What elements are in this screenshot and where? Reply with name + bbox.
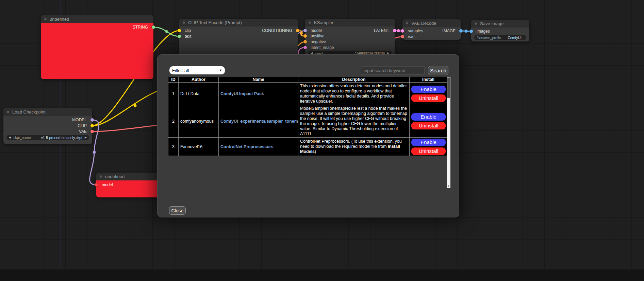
text-slot-dot[interactable] <box>178 35 181 38</box>
node-undefined-top[interactable]: undefined STRING <box>41 15 153 79</box>
output-slot-string: STRING <box>41 24 153 30</box>
node-header[interactable]: Load Checkpoint <box>3 108 92 116</box>
node-save-image[interactable]: Save Image images filename_prefix ComfyU… <box>471 20 529 41</box>
input-slot-positive: positive <box>305 33 395 39</box>
col-header-install: Install <box>410 77 447 83</box>
collapse-icon[interactable] <box>44 18 47 21</box>
input-slot-vae: vae <box>402 34 461 39</box>
scrollbar-thumb[interactable] <box>447 77 450 98</box>
cell-description: This extension offers various detector n… <box>298 83 410 105</box>
link-midpoint-image <box>465 30 468 33</box>
input-slot-images: images <box>471 29 529 34</box>
collapse-icon[interactable] <box>182 21 185 24</box>
model-slot-dot[interactable] <box>95 183 98 187</box>
enable-button[interactable]: Enable <box>411 139 446 146</box>
input-slot-text: text <box>179 34 298 39</box>
model-slot-dot[interactable] <box>90 118 94 122</box>
collapse-icon[interactable] <box>99 175 102 178</box>
filename-prefix-widget[interactable]: filename_prefix ComfyUI <box>474 35 526 40</box>
table-row: 3 Fannovel16 ControlNet Preprocessors Co… <box>168 138 447 156</box>
collapse-icon[interactable] <box>308 21 311 24</box>
table-scrollbar[interactable]: ▼ <box>447 77 450 188</box>
cell-install: Enable Uninstall <box>410 138 447 156</box>
vae-slot-dot[interactable] <box>401 35 404 38</box>
node-header[interactable]: KSampler <box>305 19 395 27</box>
images-slot-dot[interactable] <box>469 30 473 33</box>
input-slot-latent-image: latent_image <box>305 45 395 50</box>
table-row: 2 comfyanonymous ComfyUI_experiments/sam… <box>168 105 447 138</box>
link-midpoint-clip <box>134 104 137 107</box>
conditioning-slot-dot[interactable] <box>296 29 299 32</box>
positive-slot-dot[interactable] <box>303 34 307 38</box>
ckpt-name-widget[interactable]: ◀ ckpt_name v1-5-pruned-emaonly.ckpt ▶ <box>6 135 89 140</box>
canvas-bottom-edge <box>0 269 644 281</box>
next-option-icon[interactable]: ▶ <box>85 136 87 139</box>
extension-link[interactable]: ComfyUI_experiments/sampler_tonemap <box>220 119 298 124</box>
cell-description: ModelSamplerTonemapNoiseTest a node that… <box>298 105 410 138</box>
node-title: CLIP Text Encode (Prompt) <box>188 20 242 25</box>
uninstall-button[interactable]: Uninstall <box>411 94 446 102</box>
output-slot-conditioning: CONDITIONING <box>179 28 298 33</box>
collapse-icon[interactable] <box>6 110 10 113</box>
scroll-down-icon[interactable]: ▼ <box>447 185 450 188</box>
link-midpoint-latent <box>397 29 400 32</box>
col-header-description: Description <box>298 77 410 83</box>
filter-select[interactable]: Filter: all <box>169 66 225 74</box>
search-input[interactable] <box>361 67 425 74</box>
node-header[interactable]: undefined <box>41 15 153 23</box>
cell-install: Enable Uninstall <box>410 105 447 138</box>
output-slot-model: MODEL <box>3 117 92 123</box>
extension-link[interactable]: ControlNet Preprocessors <box>220 144 274 149</box>
extension-link[interactable]: ComfyUI Impact Pack <box>220 91 264 96</box>
col-header-id: ID <box>168 77 179 83</box>
collapse-icon[interactable] <box>406 22 409 25</box>
uninstall-button[interactable]: Uninstall <box>411 122 446 129</box>
cell-name: ComfyUI Impact Pack <box>219 83 298 105</box>
output-slot-clip: CLIP <box>3 123 92 128</box>
prev-option-icon[interactable]: ◀ <box>9 136 11 139</box>
output-slot-latent: LATENT <box>305 28 395 33</box>
node-header[interactable]: CLIP Text Encode (Prompt) <box>179 19 298 27</box>
link-midpoint-conditioning <box>300 32 303 35</box>
vae-slot-dot[interactable] <box>90 130 94 133</box>
clip-slot-dot[interactable] <box>90 124 94 127</box>
link-midpoint-string <box>165 30 168 33</box>
string-slot-dot[interactable] <box>152 25 155 29</box>
custom-nodes-manager-dialog: Filter: all ▼ Search ID Author Name Desc… <box>157 54 459 217</box>
cell-name: ControlNet Preprocessors <box>219 138 298 156</box>
node-vae-decode[interactable]: VAE Decode samples vae IMAGE <box>402 19 461 40</box>
node-ksampler[interactable]: KSampler model positive negative latent_… <box>305 19 395 59</box>
close-button[interactable]: Close <box>169 206 186 215</box>
cell-author: Dr.Lt.Data <box>179 83 219 105</box>
col-header-name: Name <box>219 77 298 83</box>
cell-description: ControlNet Preprocessors. (To use this e… <box>298 138 410 156</box>
col-header-author: Author <box>179 77 219 83</box>
node-title: undefined <box>105 174 125 179</box>
output-slot-image: IMAGE <box>402 28 461 34</box>
cell-id: 3 <box>168 138 179 156</box>
image-slot-dot[interactable] <box>459 29 463 33</box>
graph-canvas[interactable]: undefined STRING CLIP Text Encode (Promp… <box>0 0 644 281</box>
node-title: undefined <box>50 17 69 22</box>
node-title: Save Image <box>480 21 503 26</box>
collapse-icon[interactable] <box>474 22 477 25</box>
node-header[interactable]: VAE Decode <box>402 19 461 27</box>
enable-button[interactable]: Enable <box>411 86 446 93</box>
cell-author: comfyanonymous <box>179 105 219 138</box>
node-header[interactable]: Save Image <box>471 20 529 28</box>
table-row: 1 Dr.Lt.Data ComfyUI Impact Pack This ex… <box>168 83 447 105</box>
table-header-row: ID Author Name Description Install <box>168 77 447 83</box>
search-button[interactable]: Search <box>428 66 448 75</box>
node-title: Load Checkpoint <box>12 109 46 115</box>
cell-id: 1 <box>168 83 179 105</box>
negative-slot-dot[interactable] <box>303 40 307 43</box>
cell-install: Enable Uninstall <box>410 83 447 105</box>
latent-image-slot-dot[interactable] <box>303 46 307 49</box>
latent-slot-dot[interactable] <box>393 29 396 32</box>
input-slot-negative: negative <box>305 39 395 45</box>
enable-button[interactable]: Enable <box>411 113 446 121</box>
node-load-checkpoint[interactable]: Load Checkpoint MODEL CLIP VAE ◀ ckpt_na… <box>3 108 92 144</box>
cell-author: Fannovel16 <box>179 138 219 156</box>
link-midpoint-model <box>93 151 96 154</box>
uninstall-button[interactable]: Uninstall <box>411 147 446 155</box>
